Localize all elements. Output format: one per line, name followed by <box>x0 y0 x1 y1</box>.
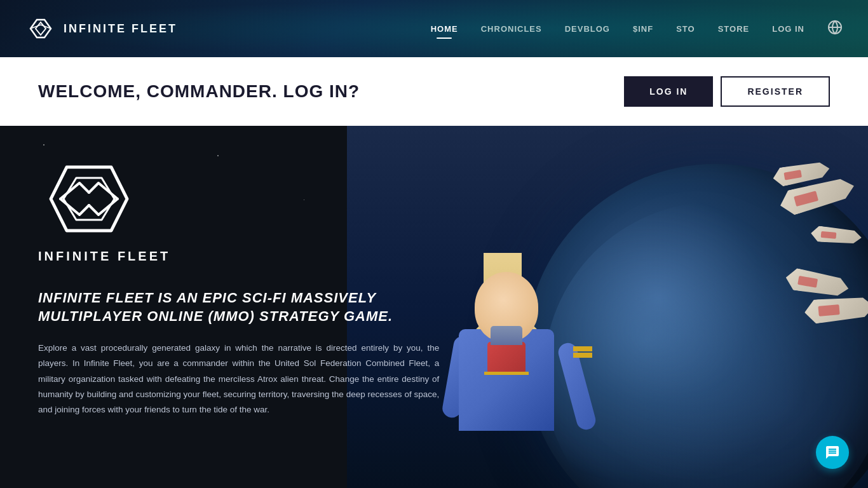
brand-logo-icon <box>38 158 140 240</box>
welcome-actions: LOG IN REGISTER <box>624 76 830 107</box>
welcome-title: WELCOME, COMMANDER. LOG IN? <box>38 81 360 102</box>
nav-item-chronicles[interactable]: CHRONICLES <box>481 24 542 34</box>
nav-item-sto[interactable]: STO <box>676 24 695 34</box>
logo-icon <box>25 13 56 44</box>
brand-logo-area: INFINITE FLEET <box>38 158 439 264</box>
logo-text: INFINITE FLEET <box>64 22 177 36</box>
main-nav: HOME CHRONICLES DEVBLOG $INF STO STORE L… <box>431 20 843 37</box>
nav-item-home[interactable]: HOME <box>431 24 458 34</box>
description: Explore a vast procedurally generated ga… <box>38 341 439 417</box>
left-panel: INFINITE FLEET INFINITE FLEET IS AN EPIC… <box>0 126 477 450</box>
nav-item-devblog[interactable]: DEVBLOG <box>565 24 610 34</box>
logo-area[interactable]: INFINITE FLEET <box>25 13 177 44</box>
nav-item-login[interactable]: LOG IN <box>772 24 804 34</box>
ship-4 <box>784 267 851 300</box>
register-button[interactable]: REGISTER <box>721 76 830 107</box>
chat-button[interactable] <box>816 436 849 469</box>
tagline: INFINITE FLEET IS AN EPIC SCI-FI MASSIVE… <box>38 289 439 325</box>
header: INFINITE FLEET HOME CHRONICLES DEVBLOG $… <box>0 0 868 57</box>
main-content: INFINITE FLEET INFINITE FLEET IS AN EPIC… <box>0 126 868 488</box>
login-button[interactable]: LOG IN <box>624 76 713 107</box>
brand-name: INFINITE FLEET <box>38 249 439 264</box>
ships-area <box>690 145 868 336</box>
nav-item-store[interactable]: STORE <box>718 24 750 34</box>
nav-item-inf[interactable]: $INF <box>633 24 653 34</box>
language-selector[interactable] <box>827 20 843 37</box>
chat-icon <box>825 445 840 460</box>
welcome-banner: WELCOME, COMMANDER. LOG IN? LOG IN REGIS… <box>0 57 868 126</box>
ship-3 <box>810 226 862 246</box>
ship-5 <box>804 294 868 324</box>
